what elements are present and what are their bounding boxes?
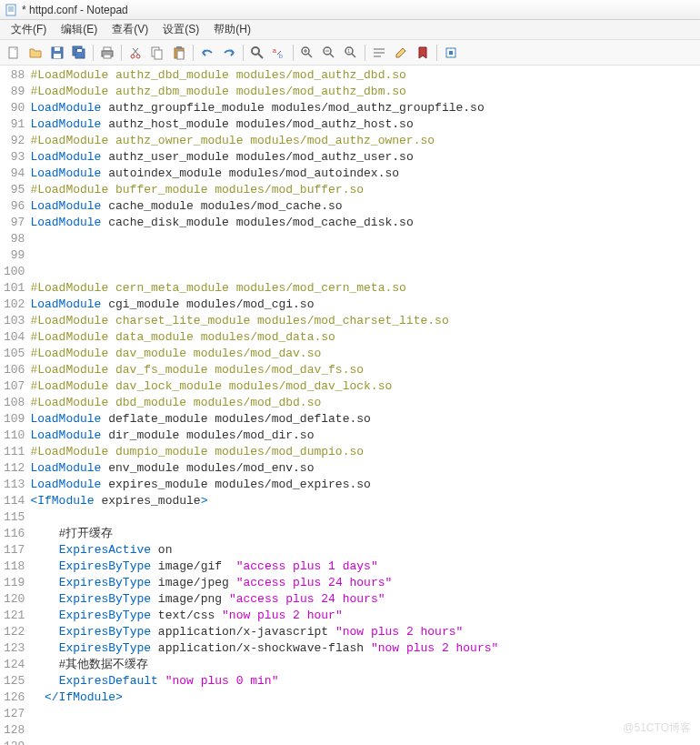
svg-rect-7 — [54, 54, 61, 58]
code-line[interactable]: LoadModule authz_host_module modules/mod… — [30, 116, 498, 133]
line-number: 126 — [4, 690, 25, 706]
code-line[interactable] — [30, 739, 498, 745]
svg-rect-11 — [104, 47, 111, 51]
code-line[interactable]: #LoadModule data_module modules/mod_data… — [30, 329, 498, 346]
line-number: 118 — [4, 559, 25, 575]
line-number: 120 — [4, 591, 25, 608]
code-line[interactable]: #LoadModule dbd_module modules/mod_dbd.s… — [30, 395, 498, 411]
code-area[interactable]: #LoadModule authz_dbd_module modules/mod… — [30, 65, 498, 745]
code-line[interactable]: LoadModule cgi_module modules/mod_cgi.so — [30, 297, 498, 313]
code-line[interactable]: #LoadModule authz_dbd_module modules/mod… — [30, 67, 498, 84]
tool-icon[interactable] — [441, 43, 461, 63]
watermark: @51CTO博客 — [623, 720, 691, 736]
cut-icon[interactable] — [125, 43, 145, 63]
code-line[interactable] — [30, 509, 498, 526]
svg-rect-39 — [449, 51, 453, 55]
edit-icon[interactable] — [391, 43, 411, 63]
line-number: 122 — [4, 624, 25, 640]
menu-edit[interactable]: 编辑(E) — [54, 20, 105, 39]
code-line[interactable]: #LoadModule dav_lock_module modules/mod_… — [30, 378, 498, 395]
code-line[interactable]: #LoadModule buffer_module modules/mod_bu… — [30, 182, 498, 198]
code-line[interactable] — [30, 706, 498, 722]
code-line[interactable]: #LoadModule authz_owner_module modules/m… — [30, 133, 498, 149]
code-line[interactable]: ExpiresByType image/png "access plus 24 … — [30, 591, 498, 608]
open-file-icon[interactable] — [25, 43, 45, 63]
replace-icon[interactable]: ab — [269, 43, 289, 63]
code-line[interactable]: LoadModule authz_user_module modules/mod… — [30, 149, 498, 166]
code-line[interactable]: ExpiresByType image/gif "access plus 1 d… — [30, 559, 498, 575]
menu-settings[interactable]: 设置(S) — [155, 20, 206, 39]
code-line[interactable]: #LoadModule charset_lite_module modules/… — [30, 313, 498, 329]
code-line[interactable]: LoadModule autoindex_module modules/mod_… — [30, 166, 498, 182]
toolbar-separator — [243, 45, 244, 61]
line-number: 90 — [4, 100, 25, 116]
line-number: 110 — [4, 428, 25, 444]
print-icon[interactable] — [97, 43, 117, 63]
code-line[interactable]: ExpiresActive on — [30, 542, 498, 559]
toolbar-separator — [121, 45, 122, 61]
menu-file[interactable]: 文件(F) — [4, 20, 54, 39]
editor[interactable]: 8889909192939495969798991001011021031041… — [0, 65, 700, 745]
mark-icon[interactable] — [413, 43, 433, 63]
zoom-in-icon[interactable] — [297, 43, 317, 63]
svg-line-22 — [258, 54, 263, 58]
toolbar-separator — [93, 45, 94, 61]
toolbar-separator — [365, 45, 365, 61]
menu-help[interactable]: 帮助(H) — [206, 20, 258, 39]
line-number: 106 — [4, 362, 25, 378]
line-number: 96 — [4, 198, 25, 215]
code-line[interactable]: LoadModule cache_disk_module modules/mod… — [30, 215, 498, 231]
code-line[interactable]: #LoadModule dav_module modules/mod_dav.s… — [30, 346, 498, 362]
line-number: 107 — [4, 378, 25, 395]
line-number: 105 — [4, 346, 25, 362]
code-line[interactable] — [30, 247, 498, 264]
redo-icon[interactable] — [219, 43, 239, 63]
find-icon[interactable] — [247, 43, 267, 63]
zoom-reset-icon[interactable]: 1 — [341, 43, 361, 63]
code-line[interactable]: ExpiresByType image/jpeg "access plus 24… — [30, 575, 498, 591]
code-line[interactable]: ExpiresByType application/x-javascript "… — [30, 624, 498, 640]
code-line[interactable]: LoadModule dir_module modules/mod_dir.so — [30, 428, 498, 444]
line-number: 111 — [4, 444, 25, 460]
paste-icon[interactable] — [169, 43, 189, 63]
svg-line-26 — [308, 54, 312, 57]
code-line[interactable]: #其他数据不缓存 — [30, 657, 498, 673]
zoom-out-icon[interactable] — [319, 43, 339, 63]
svg-text:1: 1 — [347, 48, 351, 54]
line-number: 108 — [4, 395, 25, 411]
code-line[interactable]: </IfModule> — [30, 690, 498, 706]
save-icon[interactable] — [47, 43, 67, 63]
menu-view[interactable]: 查看(V) — [105, 20, 155, 39]
code-line[interactable]: #打开缓存 — [30, 526, 498, 542]
code-line[interactable]: #LoadModule dav_fs_module modules/mod_da… — [30, 362, 498, 378]
code-line[interactable] — [30, 231, 498, 247]
line-number: 98 — [4, 231, 25, 247]
code-line[interactable]: ExpiresByType text/css "now plus 2 hour" — [30, 608, 498, 624]
new-file-icon[interactable] — [4, 43, 24, 63]
line-number: 112 — [4, 460, 25, 477]
line-number: 124 — [4, 657, 25, 673]
code-line[interactable] — [30, 264, 498, 280]
line-number: 89 — [4, 84, 25, 100]
svg-rect-6 — [55, 47, 60, 51]
copy-icon[interactable] — [147, 43, 167, 63]
code-line[interactable]: #LoadModule authz_dbm_module modules/mod… — [30, 84, 498, 100]
code-line[interactable]: LoadModule deflate_module modules/mod_de… — [30, 411, 498, 428]
line-number: 94 — [4, 166, 25, 182]
app-icon — [4, 3, 18, 17]
code-line[interactable]: ExpiresByType application/x-shockwave-fl… — [30, 640, 498, 657]
code-line[interactable] — [30, 722, 498, 739]
code-line[interactable]: #LoadModule dumpio_module modules/mod_du… — [30, 444, 498, 460]
code-line[interactable]: LoadModule env_module modules/mod_env.so — [30, 460, 498, 477]
svg-rect-19 — [176, 46, 182, 49]
wrap-icon[interactable] — [369, 43, 389, 63]
code-line[interactable]: LoadModule cache_module modules/mod_cach… — [30, 198, 498, 215]
code-line[interactable]: ExpiresDefault "now plus 0 min" — [30, 673, 498, 690]
code-line[interactable]: <IfModule expires_module> — [30, 493, 498, 509]
save-all-icon[interactable] — [69, 43, 89, 63]
undo-icon[interactable] — [197, 43, 217, 63]
code-line[interactable]: LoadModule authz_groupfile_module module… — [30, 100, 498, 116]
code-line[interactable]: LoadModule expires_module modules/mod_ex… — [30, 477, 498, 493]
svg-point-21 — [252, 47, 259, 55]
code-line[interactable]: #LoadModule cern_meta_module modules/mod… — [30, 280, 498, 297]
